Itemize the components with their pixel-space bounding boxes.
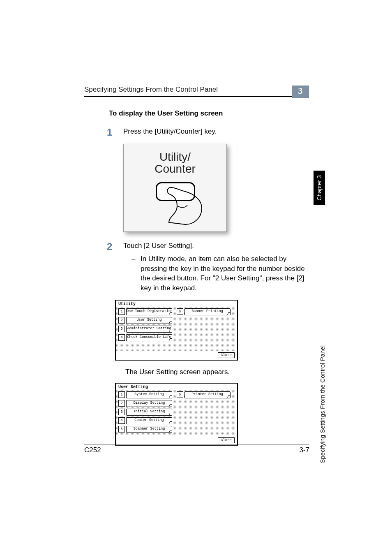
key-label-line1: Utility/ [159, 150, 191, 163]
menu-label: User Setting [126, 317, 172, 324]
footer-model: C252 [84, 446, 101, 454]
menu-label: Initial Setting [126, 409, 172, 416]
menu-number: 2 [118, 400, 125, 407]
step-number: 1 [107, 127, 123, 137]
menu-number: 6 [177, 391, 183, 398]
running-head: Specifying Settings From the Control Pan… [84, 86, 306, 96]
step-number: 2 [107, 241, 123, 293]
key-label: Utility/ Counter [124, 151, 226, 175]
menu-number: 1 [118, 391, 125, 398]
hand-pointer-icon [163, 185, 212, 227]
menu-item-printer-setting[interactable]: 6 Printer Setting [177, 391, 235, 398]
menu-item-copier-setting[interactable]: 4 Copier Setting [118, 417, 177, 424]
result-text: The User Setting screen appears. [125, 368, 306, 376]
footer-page-number: 3-7 [299, 446, 309, 454]
step-text: Touch [2 User Setting]. [123, 241, 306, 251]
footer-rule [84, 444, 309, 444]
menu-label: Copier Setting [126, 417, 172, 424]
menu-label: Display Setting [126, 400, 172, 407]
subnote-text: In Utility mode, an item can also be sel… [141, 254, 306, 293]
menu-label: Printer Setting [184, 391, 231, 398]
menu-number: 1 [118, 308, 125, 315]
menu-item-banner-printing[interactable]: 6 Banner Printing [177, 308, 235, 315]
dash-bullet: – [131, 254, 141, 293]
key-label-line2: Counter [154, 162, 196, 175]
menu-number: 2 [118, 317, 125, 324]
menu-number: 3 [118, 409, 125, 415]
menu-item-scanner-setting[interactable]: 5 Scanner Setting [118, 426, 177, 433]
menu-item-initial-setting[interactable]: 3 Initial Setting [118, 409, 177, 416]
header-rule [84, 96, 306, 97]
side-tab-chapter-label: Chapter 3 [316, 175, 323, 200]
panel-title: User Setting [116, 384, 237, 390]
user-setting-menu-panel: User Setting 1 System Setting 2 Display … [115, 383, 238, 446]
step-2: 2 Touch [2 User Setting]. – In Utility m… [84, 241, 306, 293]
menu-item-system-setting[interactable]: 1 System Setting [118, 391, 177, 398]
menu-label: Banner Printing [184, 308, 231, 315]
step-text: Press the [Utility/Counter] key. [123, 127, 306, 137]
menu-item-display-setting[interactable]: 2 Display Setting [118, 400, 177, 407]
side-tab-chapter: Chapter 3 [314, 171, 325, 205]
section-subheading: To display the User Setting screen [109, 109, 306, 118]
utility-menu-panel: Utility 1 One-Touch Registration 2 User … [115, 300, 238, 361]
side-tab-section-label: Specifying Settings From the Control Pan… [319, 345, 326, 463]
menu-label: System Setting [126, 391, 172, 398]
page-footer: C252 3-7 [84, 444, 309, 454]
menu-label: Scanner Setting [126, 426, 172, 433]
menu-number: 3 [118, 326, 125, 332]
menu-item-check-consumable[interactable]: 4 Check Consumable Life [118, 334, 177, 341]
menu-number: 4 [118, 334, 125, 341]
chapter-number-badge: 3 [292, 86, 309, 98]
step-subnote: – In Utility mode, an item can also be s… [131, 254, 306, 293]
panel-title: Utility [116, 301, 237, 307]
step-1: 1 Press the [Utility/Counter] key. [84, 127, 306, 137]
menu-number: 5 [118, 426, 125, 432]
menu-number: 6 [177, 308, 183, 315]
menu-number: 4 [118, 417, 125, 424]
side-tab-section: Specifying Settings From the Control Pan… [315, 210, 323, 345]
close-button[interactable]: Close [218, 352, 235, 358]
menu-label: One-Touch Registration [126, 308, 172, 315]
menu-label: Check Consumable Life [126, 334, 172, 341]
menu-item-one-touch[interactable]: 1 One-Touch Registration [118, 308, 177, 315]
close-button[interactable]: Close [218, 437, 235, 443]
menu-item-user-setting[interactable]: 2 User Setting [118, 317, 177, 324]
utility-counter-key-figure: Utility/ Counter [123, 144, 227, 232]
menu-item-admin-setting[interactable]: 3 Administrator Setting [118, 326, 177, 333]
menu-label: Administrator Setting [126, 326, 172, 333]
